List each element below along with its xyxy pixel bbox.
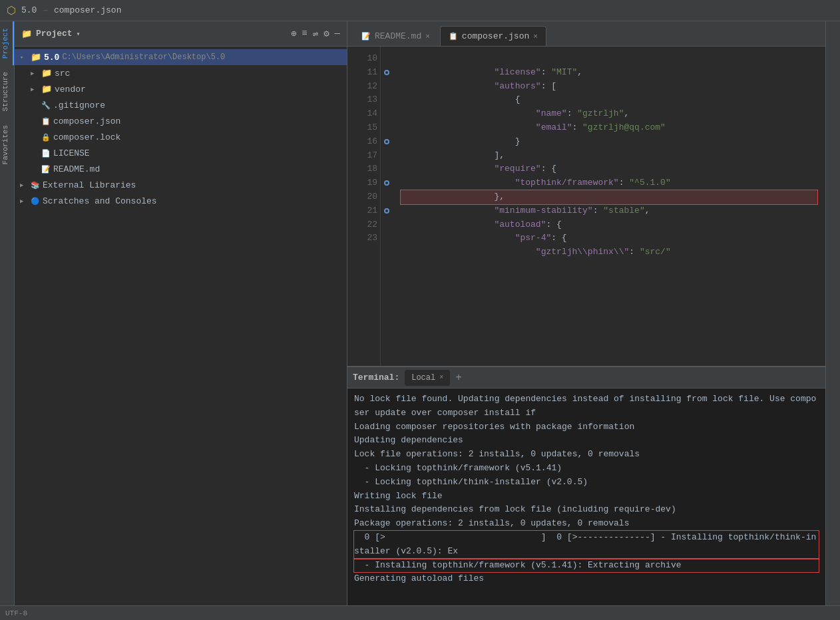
terminal-line-10-highlighted: 0 [> ] 0 [>--------------] - Installing … bbox=[354, 531, 819, 559]
project-panel: 📁 Project ▾ ⊕ ≡ ⇌ ⚙ — ▾ 📁 5.0 C: bbox=[15, 21, 347, 605]
tree-item-src[interactable]: ▶ 📁 src bbox=[15, 65, 347, 81]
tab-label-readme: README.md bbox=[375, 31, 421, 41]
code-line-14: "email": "gztrljh@qq.com" bbox=[401, 107, 817, 121]
tab-bar: 📝 README.md × 📋 composer.json × bbox=[347, 21, 825, 47]
terminal-line-12: Generating autoload files bbox=[354, 572, 819, 586]
gutter-dot-11 bbox=[384, 70, 389, 75]
title-filename: composer.json bbox=[54, 5, 121, 15]
terminal-line-8: Installing dependencies from lock file (… bbox=[354, 503, 819, 517]
spacer-license bbox=[31, 150, 39, 156]
tab-readme[interactable]: 📝 README.md × bbox=[353, 26, 439, 46]
project-header-icons: ⊕ ≡ ⇌ ⚙ — bbox=[291, 28, 340, 39]
tab-icon-composer: 📋 bbox=[449, 32, 458, 41]
tree-item-readme[interactable]: 📝 README.md bbox=[15, 161, 347, 177]
tab-close-readme[interactable]: × bbox=[425, 33, 430, 41]
title-separator: – bbox=[42, 5, 49, 17]
tree-item-external-libs[interactable]: ▶ 📚 External Libraries bbox=[15, 177, 347, 193]
project-arrow[interactable]: ▾ bbox=[77, 30, 81, 38]
spacer-composer-json bbox=[31, 118, 39, 124]
icon-globalize[interactable]: ⊕ bbox=[291, 28, 296, 39]
tree-item-vendor[interactable]: ▶ 📁 vendor bbox=[15, 81, 347, 97]
terminal-line-5: - Locking topthink/framework (v5.1.41) bbox=[354, 462, 819, 476]
terminal-tab-close-local[interactable]: × bbox=[439, 374, 443, 381]
code-line-18: "topthink/framework": "^5.1.0" bbox=[401, 162, 817, 176]
project-tree: ▾ 📁 5.0 C:\Users\Administrator\Desktop\5… bbox=[15, 47, 347, 605]
folder-icon-root: 📁 bbox=[31, 52, 41, 63]
sidebar-tab-project[interactable]: Project bbox=[0, 21, 14, 65]
gutter-dot-21 bbox=[384, 208, 389, 214]
terminal-content[interactable]: No lock file found. Updating dependencie… bbox=[347, 388, 825, 605]
spacer-gitignore bbox=[31, 102, 39, 108]
code-line-15: } bbox=[401, 121, 817, 135]
terminal-line-4: Lock file operations: 2 installs, 0 upda… bbox=[354, 448, 819, 462]
terminal-line-9: Package operations: 2 installs, 0 update… bbox=[354, 517, 819, 531]
sidebar-tab-favorites[interactable]: Favorites bbox=[0, 118, 14, 171]
tree-item-path-root: C:\Users\Administrator\Desktop\5.0 bbox=[62, 53, 225, 62]
tree-item-composer-lock[interactable]: 🔒 composer.lock bbox=[15, 129, 347, 145]
code-line-11: "authors": [ bbox=[401, 66, 817, 80]
code-line-13: "name": "gztrljh", bbox=[401, 93, 817, 107]
tree-item-label-src: src bbox=[55, 69, 70, 78]
terminal-line-prompt: C:\Users\Administrator\Desktop\5.0> bbox=[354, 600, 819, 605]
tree-item-scratches[interactable]: ▶ 🔵 Scratches and Consoles bbox=[15, 193, 347, 209]
tree-item-root[interactable]: ▾ 📁 5.0 C:\Users\Administrator\Desktop\5… bbox=[15, 49, 347, 65]
spacer-composer-lock bbox=[31, 134, 39, 140]
terminal-label: Terminal: bbox=[353, 373, 399, 383]
tree-item-label-external-libs: External Libraries bbox=[43, 180, 136, 190]
project-folder-icon: 📁 bbox=[21, 29, 32, 39]
terminal-section: Terminal: Local × + No lock file found. … bbox=[347, 366, 825, 605]
code-line-23: "gztrljh\\phinx\\": "src/" bbox=[401, 232, 817, 245]
code-line-22: "psr-4": { bbox=[401, 218, 817, 232]
title-bar: ⬡ 5.0 – composer.json bbox=[0, 0, 840, 21]
gutter-dot-16 bbox=[384, 139, 389, 144]
editor-gutter bbox=[381, 47, 393, 366]
terminal-line-2: Loading composer repositories with packa… bbox=[354, 420, 819, 434]
tree-item-label-vendor: vendor bbox=[55, 84, 86, 94]
code-line-19: }, bbox=[401, 176, 817, 190]
code-line-17: "require": { bbox=[401, 149, 817, 163]
terminal-tab-label-local: Local bbox=[411, 373, 435, 383]
chevron-src: ▶ bbox=[31, 70, 39, 77]
gutter-dot-19 bbox=[384, 180, 389, 186]
project-panel-header: 📁 Project ▾ ⊕ ≡ ⇌ ⚙ — bbox=[15, 21, 347, 47]
sidebar-tab-structure[interactable]: Structure bbox=[0, 65, 14, 118]
code-line-20: "minimum-stability": "stable", bbox=[401, 190, 817, 204]
chevron-scratches: ▶ bbox=[20, 198, 28, 205]
line-numbers: 10 11 12 13 14 15 16 17 18 19 20 21 22 2… bbox=[347, 47, 381, 366]
tree-item-composer-json[interactable]: 📋 composer.json bbox=[15, 113, 347, 129]
status-bar: UTF-8 bbox=[0, 605, 840, 620]
terminal-line-11-highlighted: - Installing topthink/framework (v5.1.41… bbox=[354, 559, 819, 573]
icon-settings[interactable]: ⚙ bbox=[323, 28, 329, 39]
terminal-tab-local[interactable]: Local × bbox=[405, 370, 450, 386]
file-icon-license: 📄 bbox=[41, 149, 51, 158]
tree-item-label-license: LICENSE bbox=[53, 148, 90, 158]
terminal-line-6: - Locking topthink/think-installer (v2.0… bbox=[354, 476, 819, 490]
tab-composer-json[interactable]: 📋 composer.json × bbox=[440, 26, 546, 46]
code-line-21: "autoload": { bbox=[401, 204, 817, 218]
folder-icon-vendor: 📁 bbox=[41, 84, 52, 94]
terminal-line-13 bbox=[354, 586, 819, 600]
code-content[interactable]: "license": "MIT", "authors": [ { bbox=[393, 47, 825, 366]
project-title: Project bbox=[36, 29, 73, 39]
status-text: UTF-8 bbox=[5, 609, 27, 617]
folder-icon-src: 📁 bbox=[41, 68, 52, 78]
icon-equalize[interactable]: ≡ bbox=[302, 28, 307, 39]
chevron-vendor: ▶ bbox=[31, 86, 39, 93]
file-icon-composer-json: 📋 bbox=[41, 117, 51, 126]
terminal-add-tab[interactable]: + bbox=[455, 372, 462, 384]
code-line-10: "license": "MIT", bbox=[401, 52, 817, 66]
code-editor[interactable]: 10 11 12 13 14 15 16 17 18 19 20 21 22 2… bbox=[347, 47, 825, 366]
terminal-line-7: Writing lock file bbox=[354, 490, 819, 504]
title-icon: ⬡ bbox=[7, 4, 16, 17]
tree-item-label-composer-json: composer.json bbox=[53, 116, 120, 126]
tab-close-composer[interactable]: × bbox=[533, 33, 538, 41]
icon-minimize[interactable]: — bbox=[335, 28, 340, 39]
spacer-readme bbox=[31, 166, 39, 172]
icon-external-libs: 📚 bbox=[31, 181, 40, 190]
right-sidebar bbox=[825, 21, 840, 605]
file-icon-composer-lock: 🔒 bbox=[41, 133, 51, 142]
icon-swap[interactable]: ⇌ bbox=[313, 28, 318, 39]
tree-item-license[interactable]: 📄 LICENSE bbox=[15, 145, 347, 161]
chevron-root: ▾ bbox=[20, 54, 28, 61]
tree-item-gitignore[interactable]: 🔧 .gitignore bbox=[15, 97, 347, 113]
